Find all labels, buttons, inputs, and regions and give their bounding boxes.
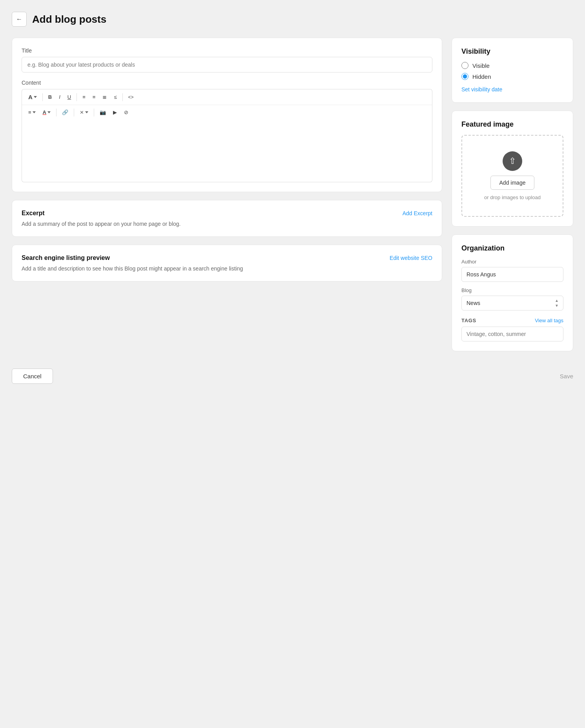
seo-header: Search engine listing preview Edit websi…	[22, 254, 432, 261]
organization-card: Organization Author Blog News Main Blog …	[452, 234, 573, 351]
align-center-button[interactable]: ≣	[99, 92, 110, 102]
toolbar-separator-4	[56, 109, 56, 116]
content-card: Title Content A B	[12, 38, 442, 192]
link-icon: 🔗	[62, 109, 68, 115]
align-left-icon: ≡	[28, 109, 31, 115]
align-dropdown-icon	[33, 111, 36, 113]
font-color-icon: A	[43, 109, 46, 115]
toolbar-separator-1	[42, 93, 43, 101]
code-icon: <>	[128, 94, 134, 100]
title-label: Title	[22, 47, 432, 54]
cancel-button[interactable]: Cancel	[12, 369, 53, 384]
italic-button[interactable]: I	[56, 92, 64, 102]
hidden-radio[interactable]	[461, 73, 468, 80]
add-image-button[interactable]: Add image	[490, 176, 535, 190]
align-right-icon: ≤	[114, 94, 117, 100]
visibility-title: Visibility	[461, 47, 563, 56]
table-button[interactable]: ⨯	[77, 107, 91, 117]
block-button[interactable]: ⊘	[121, 107, 131, 117]
featured-image-card: Featured image ⇧ Add image or drop image…	[452, 111, 573, 227]
organization-title: Organization	[461, 244, 563, 252]
table-dropdown-icon	[85, 111, 88, 113]
visible-radio[interactable]	[461, 62, 468, 69]
toolbar-separator-3	[122, 93, 123, 101]
align-center-icon: ≣	[102, 94, 107, 100]
font-size-dropdown-icon	[34, 96, 37, 98]
bold-icon: B	[48, 94, 52, 100]
visibility-option-hidden: Hidden	[461, 73, 563, 80]
bold-button[interactable]: B	[45, 92, 55, 102]
align-right-button[interactable]: ≤	[111, 92, 120, 102]
align-left-button[interactable]: ≡	[25, 107, 39, 117]
back-button[interactable]: ←	[12, 12, 27, 27]
toolbar-separator-6	[94, 109, 94, 116]
page-title: Add blog posts	[32, 13, 106, 25]
page-footer: Cancel Save	[12, 359, 573, 388]
seo-description: Add a title and description to see how t…	[22, 265, 432, 272]
table-icon: ⨯	[80, 109, 84, 115]
image-button[interactable]: 📷	[97, 107, 109, 117]
video-icon: ▶	[113, 109, 117, 115]
visibility-option-visible: Visible	[461, 62, 563, 69]
toolbar-row-1: A B I U	[22, 89, 432, 105]
excerpt-card: Excerpt Add Excerpt Add a summary of the…	[12, 200, 442, 237]
editor-area[interactable]	[22, 120, 432, 182]
video-button[interactable]: ▶	[110, 107, 120, 117]
edit-seo-button[interactable]: Edit website SEO	[390, 255, 432, 261]
font-color-button[interactable]: A	[40, 107, 54, 117]
bullet-list-icon: ≡	[82, 94, 86, 100]
content-label: Content	[22, 80, 432, 86]
visibility-card: Visibility Visible Hidden Set visibility…	[452, 38, 573, 103]
toolbar-row-2: ≡ A 🔗 ⨯	[22, 105, 432, 120]
font-size-icon: A	[28, 94, 33, 100]
blog-select-wrapper: News Main Blog Articles ▲ ▼	[461, 296, 563, 310]
link-button[interactable]: 🔗	[59, 107, 71, 117]
title-input[interactable]	[22, 57, 432, 73]
image-icon: 📷	[100, 109, 106, 115]
set-visibility-link[interactable]: Set visibility date	[461, 86, 502, 93]
toolbar-separator-5	[74, 109, 74, 116]
font-size-button[interactable]: A	[25, 92, 40, 102]
view-all-tags-button[interactable]: View all tags	[535, 318, 563, 323]
underline-icon: U	[67, 94, 71, 100]
seo-card: Search engine listing preview Edit websi…	[12, 245, 442, 281]
excerpt-title: Excerpt	[22, 210, 45, 217]
tags-header: TAGS View all tags	[461, 318, 563, 323]
seo-title: Search engine listing preview	[22, 254, 110, 261]
featured-image-title: Featured image	[461, 120, 563, 129]
toolbar-separator-2	[77, 93, 77, 101]
back-icon: ←	[16, 16, 22, 23]
font-color-dropdown-icon	[47, 111, 51, 113]
hidden-label[interactable]: Hidden	[472, 73, 491, 80]
author-label: Author	[461, 259, 563, 265]
featured-image-dropzone[interactable]: ⇧ Add image or drop images to upload	[461, 135, 563, 217]
blog-select[interactable]: News Main Blog Articles	[461, 296, 563, 310]
tags-input[interactable]	[461, 327, 563, 341]
numbered-list-icon: ≡	[93, 94, 96, 100]
author-input[interactable]	[461, 267, 563, 282]
excerpt-description: Add a summary of the post to appear on y…	[22, 221, 432, 227]
numbered-list-button[interactable]: ≡	[89, 92, 99, 102]
visible-label[interactable]: Visible	[472, 62, 490, 69]
underline-button[interactable]: U	[64, 92, 74, 102]
editor-toolbar: A B I U	[22, 89, 432, 120]
block-icon: ⊘	[124, 109, 128, 115]
add-excerpt-button[interactable]: Add Excerpt	[403, 210, 432, 216]
bullet-list-button[interactable]: ≡	[79, 92, 89, 102]
tags-label: TAGS	[461, 318, 476, 323]
save-button[interactable]: Save	[560, 373, 573, 379]
blog-label: Blog	[461, 287, 563, 293]
excerpt-header: Excerpt Add Excerpt	[22, 210, 432, 217]
upload-icon: ⇧	[503, 151, 522, 171]
code-button[interactable]: <>	[125, 93, 137, 102]
drop-text: or drop images to upload	[484, 194, 541, 200]
italic-icon: I	[59, 94, 60, 100]
